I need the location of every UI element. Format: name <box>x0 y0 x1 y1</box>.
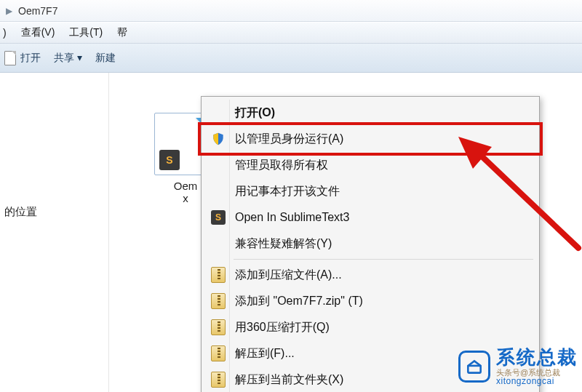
menu-help-clip[interactable]: 帮 <box>117 26 127 39</box>
file-badge-icon: S <box>159 150 180 170</box>
cm-open-notepad[interactable]: 用记事本打开该文件 <box>203 178 538 204</box>
cm-take-ownership[interactable]: 管理员取得所有权 <box>203 152 538 178</box>
cm-open-sublime[interactable]: S Open In SublimeText3 <box>203 204 538 231</box>
menu-item-clip[interactable]: ) <box>3 27 7 39</box>
menu-view[interactable]: 查看(V) <box>21 26 55 39</box>
sidebar: 的位置 <box>0 73 109 392</box>
toolbar-share-label: 共享 ▾ <box>54 52 82 65</box>
shield-icon <box>206 132 231 146</box>
cm-open-360[interactable]: 用360压缩打开(Q) <box>203 314 538 340</box>
toolbar-new-clip[interactable]: 新建 <box>95 52 116 65</box>
toolbar-open-label: 打开 <box>20 52 41 65</box>
zip-icon <box>206 293 231 309</box>
toolbar: 打开 共享 ▾ 新建 <box>0 44 582 73</box>
sidebar-location-clip[interactable]: 的位置 <box>4 205 104 219</box>
toolbar-share[interactable]: 共享 ▾ <box>54 52 82 65</box>
cm-troubleshoot-compat[interactable]: 兼容性疑难解答(Y) <box>203 231 538 257</box>
cm-run-as-admin[interactable]: 以管理员身份运行(A) <box>203 126 538 152</box>
page-icon <box>4 51 16 65</box>
toolbar-new-label: 新建 <box>95 52 116 65</box>
context-menu-separator <box>234 259 533 260</box>
zip-icon <box>206 345 231 361</box>
watermark-logo-icon <box>458 351 490 383</box>
watermark: 系统总裁 头条号@系统总裁 xitongzongcai <box>458 347 578 386</box>
toolbar-open[interactable]: 打开 <box>4 51 41 65</box>
cm-add-archive[interactable]: 添加到压缩文件(A)... <box>203 262 538 288</box>
zip-icon <box>206 319 231 335</box>
zip-icon <box>206 372 231 388</box>
sublime-icon: S <box>206 210 231 225</box>
zip-icon <box>206 267 231 283</box>
cm-open[interactable]: 打开(O) <box>203 100 538 126</box>
menu-bar: ) 查看(V) 工具(T) 帮 <box>0 22 582 44</box>
watermark-url: xitongzongcai <box>496 377 578 386</box>
breadcrumb-separator-icon: ▶ <box>6 6 12 16</box>
content-area: 的位置 S Oem x 打开(O) 以管理员身份运行(A) 管理员取得所有权 用… <box>0 73 582 392</box>
address-bar[interactable]: ▶ Oem7F7 <box>0 0 582 22</box>
watermark-title: 系统总裁 <box>496 347 578 368</box>
menu-tools[interactable]: 工具(T) <box>69 26 103 39</box>
breadcrumb-folder[interactable]: Oem7F7 <box>18 5 57 17</box>
cm-add-zip[interactable]: 添加到 "Oem7F7.zip" (T) <box>203 288 538 314</box>
watermark-subtitle: 头条号@系统总裁 <box>496 368 578 377</box>
